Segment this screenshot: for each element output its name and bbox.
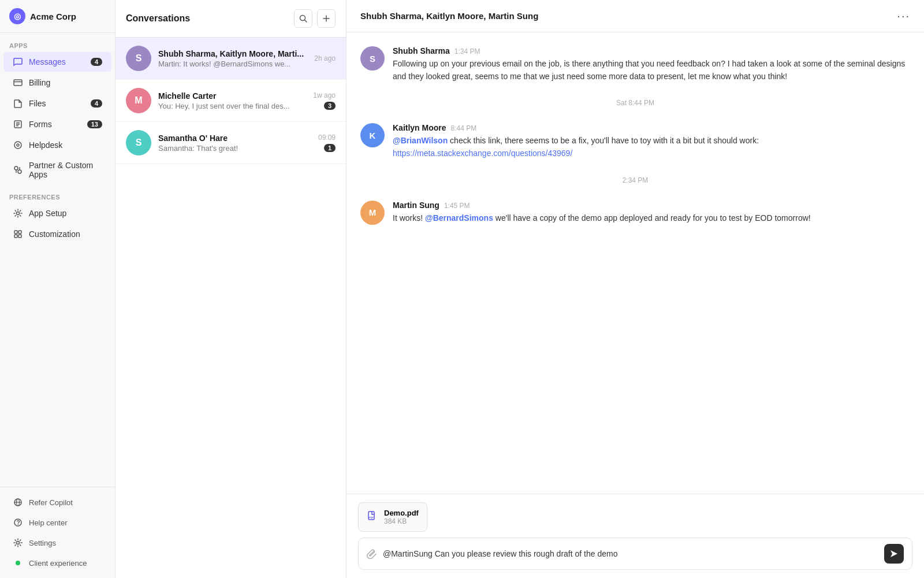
messages-label: Messages: [29, 57, 66, 66]
help-center-label: Help center: [29, 518, 67, 527]
message-group: K Kaitlyn Moore 8:44 PM @BrianWilson che…: [360, 123, 910, 160]
mention: @BrianWilson: [393, 136, 448, 145]
sidebar-item-settings[interactable]: Settings: [3, 533, 111, 553]
sidebar-item-forms[interactable]: Forms 13: [3, 114, 111, 134]
conversation-preview: Samantha: That's great!: [158, 144, 311, 153]
mention: @BernardSimons: [425, 213, 493, 223]
sidebar-item-files[interactable]: Files 4: [3, 94, 111, 113]
sidebar-item-customization[interactable]: Customization: [3, 224, 111, 244]
sidebar-item-refer-copilot[interactable]: Refer Copilot: [3, 492, 111, 512]
message-sender: Martin Sung: [393, 201, 439, 210]
conversation-name: Samantha O' Hare: [158, 134, 311, 143]
conversations-list: S Shubh Sharma, Kaitlyn Moore, Marti... …: [116, 38, 346, 578]
sidebar-item-partner-custom-apps[interactable]: Partner & Custom Apps: [3, 156, 111, 184]
svg-text:?: ?: [17, 520, 20, 526]
sidebar-item-client-experience[interactable]: Client experience: [3, 553, 111, 573]
conversation-preview: You: Hey, I just sent over the final des…: [158, 102, 306, 110]
search-button[interactable]: [294, 9, 312, 28]
forms-badge: 13: [87, 120, 102, 128]
svg-line-24: [305, 20, 307, 23]
sidebar: ◎ Acme Corp Apps Messages 4 Billing File…: [0, 0, 116, 578]
sidebar-item-helpdesk[interactable]: Helpdesk: [3, 135, 111, 155]
svg-point-22: [17, 542, 20, 544]
conversation-name: Shubh Sharma, Kaitlyn Moore, Marti...: [158, 49, 307, 58]
chat-panel: Shubh Sharma, Kaitlyn Moore, Martin Sung…: [346, 0, 924, 578]
file-size: 384 KB: [384, 517, 419, 525]
svg-point-8: [14, 166, 18, 170]
attach-button[interactable]: [367, 549, 377, 559]
message-content: Martin Sung 1:45 PM It works! @BernardSi…: [393, 201, 910, 225]
logo-icon: ◎: [9, 8, 25, 24]
conversations-actions: [294, 9, 336, 28]
message-sender: Shubh Sharma: [393, 46, 450, 55]
file-name: Demo.pdf: [384, 509, 419, 517]
unread-badge: 1: [324, 144, 336, 152]
svg-rect-0: [14, 80, 22, 86]
preferences-section-label: Preferences: [0, 184, 115, 203]
message-link[interactable]: https://meta.stackexchange.com/questions…: [393, 149, 572, 158]
conversation-meta: 1w ago 3: [313, 91, 336, 110]
forms-icon: [13, 119, 23, 129]
apps-section-label: Apps: [0, 33, 115, 51]
message-sender: Kaitlyn Moore: [393, 123, 446, 132]
message-content: Kaitlyn Moore 8:44 PM @BrianWilson check…: [393, 123, 910, 160]
avatar: M: [126, 88, 151, 113]
file-attachment-preview: PDF Demo.pdf 384 KB: [358, 502, 427, 532]
svg-point-7: [17, 144, 19, 146]
message-text: Following up on your previous email on t…: [393, 58, 910, 83]
svg-point-6: [14, 142, 21, 149]
message-header: Martin Sung 1:45 PM: [393, 201, 910, 210]
sidebar-item-messages[interactable]: Messages 4: [3, 52, 111, 72]
chat-input-area: PDF Demo.pdf 384 KB: [346, 494, 924, 578]
conversation-preview: Martin: It works! @BernardSimons we...: [158, 60, 307, 68]
message-text: It works! @BernardSimons we'll have a co…: [393, 212, 910, 225]
forms-label: Forms: [29, 120, 52, 129]
svg-point-9: [18, 170, 21, 173]
message-content: Shubh Sharma 1:34 PM Following up on you…: [393, 46, 910, 83]
send-button[interactable]: [884, 544, 904, 564]
chat-messages: S Shubh Sharma 1:34 PM Following up on y…: [346, 32, 924, 494]
message-header: Kaitlyn Moore 8:44 PM: [393, 123, 910, 132]
message-text: @BrianWilson check this link, there seem…: [393, 135, 910, 160]
chat-input[interactable]: [383, 549, 878, 558]
partner-apps-label: Partner & Custom Apps: [29, 161, 102, 179]
message-time: 1:34 PM: [454, 47, 480, 55]
conversation-item[interactable]: S Shubh Sharma, Kaitlyn Moore, Marti... …: [116, 38, 346, 80]
sidebar-logo[interactable]: ◎ Acme Corp: [0, 0, 115, 33]
helpdesk-icon: [13, 140, 23, 150]
avatar: S: [360, 46, 385, 71]
svg-point-12: [17, 212, 20, 215]
settings-icon: [13, 538, 23, 548]
conversations-header: Conversations: [116, 0, 346, 38]
sidebar-item-app-setup[interactable]: App Setup: [3, 203, 111, 223]
app-setup-label: App Setup: [29, 209, 66, 218]
svg-rect-14: [18, 231, 21, 234]
conversation-time: 09:09: [318, 134, 336, 142]
files-badge: 4: [91, 99, 102, 108]
conversation-item[interactable]: M Michelle Carter You: Hey, I just sent …: [116, 80, 346, 122]
conversation-meta: 2h ago: [314, 54, 336, 62]
chat-header: Shubh Sharma, Kaitlyn Moore, Martin Sung…: [346, 0, 924, 32]
partner-apps-icon: [13, 165, 23, 175]
svg-text:PDF: PDF: [369, 516, 374, 519]
billing-label: Billing: [29, 78, 50, 87]
conversation-time: 2h ago: [314, 54, 336, 62]
new-conversation-button[interactable]: [317, 9, 336, 28]
conversations-title: Conversations: [126, 13, 190, 24]
avatar: S: [126, 46, 151, 71]
more-options-button[interactable]: ···: [897, 9, 910, 23]
conversation-item[interactable]: S Samantha O' Hare Samantha: That's grea…: [116, 122, 346, 164]
sidebar-bottom: Refer Copilot ? Help center Settings Cli…: [0, 487, 115, 578]
avatar: S: [126, 130, 151, 155]
settings-label: Settings: [29, 539, 56, 547]
avatar: K: [360, 123, 385, 147]
unread-badge: 3: [324, 102, 336, 110]
timestamp-divider: 2:34 PM: [360, 176, 910, 184]
sidebar-item-billing[interactable]: Billing: [3, 73, 111, 92]
conversations-panel: Conversations S Shubh Sharma, Kaitlyn Mo…: [116, 0, 346, 578]
avatar: M: [360, 201, 385, 225]
online-dot-icon: [13, 558, 23, 568]
chat-header-title: Shubh Sharma, Kaitlyn Moore, Martin Sung: [360, 11, 538, 21]
files-label: Files: [29, 99, 46, 108]
sidebar-item-help-center[interactable]: ? Help center: [3, 513, 111, 532]
